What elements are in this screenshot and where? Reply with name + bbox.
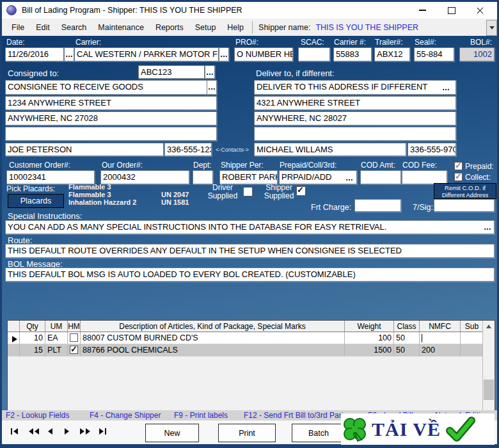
record-fast-back-button[interactable] (29, 428, 39, 435)
record-prev-button[interactable] (48, 428, 52, 435)
weight-cell[interactable]: 100 (345, 332, 394, 344)
frt-charge-field[interactable] (354, 199, 401, 212)
record-first-button[interactable] (11, 428, 18, 435)
trailer-field[interactable]: ABX12 (374, 47, 410, 61)
scrollbar-thumb[interactable] (484, 380, 494, 400)
prepaid-checkbox[interactable] (454, 162, 463, 170)
weight-cell[interactable]: 1500 (345, 344, 394, 356)
deliver-address2-field[interactable]: ANYWHERE, NC 28027 (254, 111, 456, 125)
menu-maintenance[interactable]: Maintenance (92, 23, 150, 32)
sig-field[interactable] (434, 199, 495, 212)
scac-field[interactable] (298, 47, 330, 61)
seal-label: Seal#: (415, 38, 436, 47)
customer-order-field[interactable]: 10002341 (6, 170, 95, 184)
driver-supplied-checkbox[interactable] (243, 187, 253, 196)
deliver-address1-field[interactable]: 4321 ANYWHERE STREET (254, 96, 456, 110)
our-order-field[interactable]: 2000432 (100, 170, 189, 184)
consignee-code-field[interactable]: ABC123 (138, 65, 205, 79)
description-cell[interactable]: 88007 CUSTOM BURNED CD'S (81, 332, 345, 344)
nmfc-cell[interactable]: 200 (420, 344, 461, 356)
um-cell[interactable]: PLT (45, 344, 68, 356)
grid-header-selector (8, 321, 20, 332)
bol-message-field[interactable]: THIS DEFAULT BOL MSG IS AUTO LOADED TO E… (5, 268, 495, 282)
consignee-address3-field[interactable] (5, 127, 217, 141)
minimize-button[interactable] (408, 2, 437, 19)
placard-un-1: UN 2047 (161, 191, 189, 198)
menu-edit[interactable]: Edit (30, 23, 56, 32)
special-instructions-field[interactable]: YOU CAN ADD AS MANY SPECIAL INSTRUCTIONS… (5, 220, 495, 234)
deliver-contact-field[interactable]: MICHAEL WILLAMS (254, 143, 406, 156)
status-f9: F9 - Print labels (174, 411, 228, 420)
new-button[interactable]: New (145, 424, 199, 442)
consignee-lookup-button[interactable]: … (207, 80, 217, 95)
qty-cell[interactable]: 15 (20, 344, 45, 356)
pro-field[interactable]: O NUMBER HERE (234, 47, 293, 61)
hm-checkbox[interactable] (70, 333, 78, 342)
form-body: Date: Carrier: PRO#: SCAC: Carrier #: Tr… (2, 36, 497, 410)
cod-fee-field[interactable] (402, 170, 447, 184)
bol-number-field: 1002 (459, 47, 495, 61)
date-field[interactable]: 11/26/2016 (5, 47, 64, 61)
shipper-supplied-checkbox[interactable] (296, 186, 306, 196)
chevron-down-icon (489, 26, 495, 29)
carrier-field[interactable]: CAL WESTERN / PARKER MOTOR FRT (74, 47, 219, 61)
carrier-no-field[interactable]: 55883 (333, 47, 372, 61)
status-f2: F2 - Lookup Fields (6, 411, 69, 420)
print-button[interactable]: Print (218, 424, 276, 442)
watermark-text: TẢI VỀ (372, 419, 441, 440)
class-cell[interactable]: 50 (394, 344, 420, 356)
hm-cell[interactable] (68, 344, 81, 356)
record-last-button[interactable] (99, 428, 106, 435)
menu-separator (252, 21, 253, 34)
menu-help[interactable]: Help (221, 23, 249, 32)
collect-checkbox[interactable] (454, 173, 463, 181)
menu-setup[interactable]: Setup (189, 23, 222, 32)
contacts-label: <-Contacts-> (216, 147, 249, 153)
hm-cell[interactable] (68, 332, 81, 344)
qty-cell[interactable]: 10 (20, 332, 45, 344)
record-fast-forward-button[interactable] (80, 428, 90, 435)
dept-field[interactable] (193, 170, 213, 184)
seal-field[interactable]: 55-884 (414, 47, 454, 61)
consignee-code-lookup-button[interactable]: … (205, 65, 215, 79)
shipper-per-field[interactable]: ROBERT PARKE (219, 170, 278, 184)
cod-fee-label: COD Fee: (402, 161, 437, 170)
consignee-address1-field[interactable]: 1234 ANYWHERE STREET (5, 96, 217, 110)
class-cell[interactable]: 50 (394, 332, 420, 344)
arrow-up-icon (486, 324, 491, 328)
close-button[interactable] (466, 2, 495, 19)
shipper-dropdown-button[interactable] (486, 20, 497, 36)
placards-button[interactable]: Placards (8, 194, 64, 208)
sub-cell[interactable] (461, 332, 484, 344)
cod-amt-field[interactable] (360, 170, 401, 184)
special-instructions-label: Special Instructions: (8, 211, 82, 221)
hm-checkbox[interactable] (70, 346, 78, 354)
route-field[interactable]: THIS DEFAULT ROUTE OVERRIDES ANY DEFAULT… (5, 244, 495, 258)
carrier-lookup-button[interactable]: … (219, 47, 229, 61)
collect-checkbox-label: Collect: (465, 173, 491, 182)
sig-label: 7/Sig: (413, 203, 433, 212)
batch-button[interactable]: Batch (292, 424, 345, 442)
nmfc-cell[interactable] (420, 332, 461, 344)
consignee-phone-field[interactable]: 336-555-1234 (164, 143, 212, 156)
sub-cell[interactable] (461, 344, 484, 356)
consignee-address2-field[interactable]: ANYWHERE, NC 27028 (5, 111, 217, 125)
remit-cod-button[interactable]: Remit C.O.D. if Different Address (434, 183, 496, 199)
maximize-button[interactable] (437, 2, 466, 19)
deliver-phone-field[interactable]: 336-555-9700 (408, 143, 456, 156)
deliver-address3-field[interactable] (254, 127, 456, 141)
description-cell[interactable]: 88766 POOL CHEMICALS (81, 344, 345, 356)
scroll-up-button[interactable] (483, 321, 495, 332)
um-cell[interactable]: EA (45, 332, 68, 344)
record-next-button[interactable] (65, 428, 69, 435)
menu-file[interactable]: File (6, 23, 30, 32)
menu-reports[interactable]: Reports (150, 23, 189, 32)
consignee-name-field[interactable]: CONSIGNEE TO RECEIVE GOODS (5, 80, 208, 95)
consignee-contact-field[interactable]: JOE PETERSON (5, 143, 164, 156)
date-lookup-button[interactable]: … (64, 47, 74, 61)
clover-icon (341, 415, 368, 444)
shipper-supplied-label-1: Shipper (260, 183, 298, 192)
grid-header-hm: HM (68, 321, 81, 332)
deliver-name-field[interactable]: DELIVER TO THIS ADDRESS IF DIFFERENT (254, 80, 456, 95)
menu-search[interactable]: Search (56, 23, 93, 32)
